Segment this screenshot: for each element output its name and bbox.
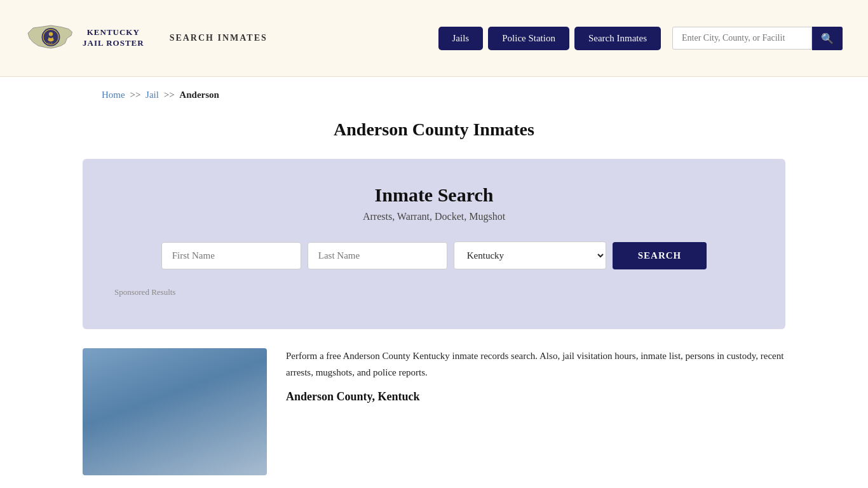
inmate-search-heading: Inmate Search [114, 184, 754, 206]
logo-image: ★★★ [25, 13, 76, 64]
police-station-button[interactable]: Police Station [488, 27, 569, 50]
sponsored-label: Sponsored Results [114, 287, 754, 297]
content-text: Perform a free Anderson County Kentucky … [286, 348, 785, 410]
inmate-search-section: Inmate Search Arrests, Warrant, Docket, … [83, 159, 785, 329]
breadcrumb: Home >> Jail >> Anderson [0, 77, 868, 113]
search-form: AlabamaAlaskaArizonaArkansasCaliforniaCo… [114, 241, 754, 269]
breadcrumb-current: Anderson [179, 90, 219, 100]
logo-link[interactable]: ★★★ KENTUCKY JAIL ROSTER [25, 13, 144, 64]
jails-button[interactable]: Jails [438, 27, 484, 50]
content-description: Perform a free Anderson County Kentucky … [286, 348, 785, 381]
logo-text: KENTUCKY JAIL ROSTER [83, 27, 144, 49]
breadcrumb-sep2: >> [164, 90, 175, 100]
breadcrumb-jail[interactable]: Jail [146, 90, 159, 100]
header-search-button[interactable]: 🔍 [812, 27, 843, 50]
site-title: SEARCH INMATES [170, 33, 268, 43]
header: ★★★ KENTUCKY JAIL ROSTER SEARCH INMATES … [0, 0, 868, 77]
content-section: Perform a free Anderson County Kentucky … [83, 348, 785, 475]
header-search-input[interactable] [672, 27, 812, 50]
search-inmates-button[interactable]: Search Inmates [574, 27, 661, 50]
svg-text:★★★: ★★★ [47, 42, 53, 44]
content-subheading: Anderson County, Kentuck [286, 387, 785, 407]
header-search-bar: 🔍 [672, 27, 843, 50]
breadcrumb-sep1: >> [130, 90, 140, 100]
nav: Jails Police Station Search Inmates 🔍 [438, 27, 843, 50]
county-image [83, 348, 267, 475]
first-name-input[interactable] [161, 242, 301, 269]
page-title: Anderson County Inmates [0, 119, 868, 140]
svg-point-2 [49, 32, 53, 36]
search-icon: 🔍 [821, 33, 834, 44]
breadcrumb-home[interactable]: Home [102, 90, 125, 100]
state-select[interactable]: AlabamaAlaskaArizonaArkansasCaliforniaCo… [454, 241, 606, 269]
inmate-search-button[interactable]: SEARCH [613, 242, 707, 269]
page-title-area: Anderson County Inmates [0, 113, 868, 159]
last-name-input[interactable] [308, 242, 447, 269]
inmate-search-subtitle: Arrests, Warrant, Docket, Mugshot [114, 211, 754, 222]
